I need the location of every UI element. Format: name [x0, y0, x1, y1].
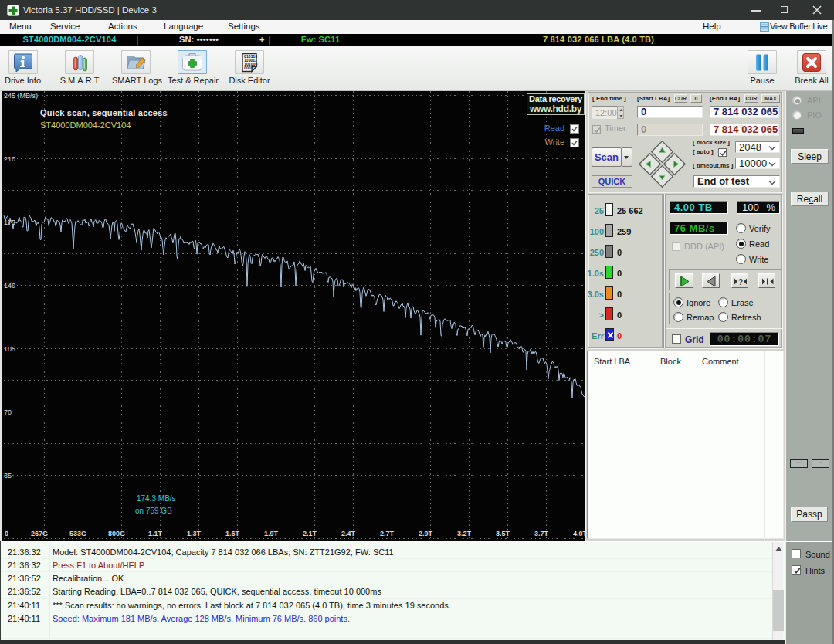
- svg-text:1.1T: 1.1T: [148, 530, 163, 537]
- svg-text:3.7T: 3.7T: [534, 530, 549, 537]
- svg-text:533G: 533G: [70, 530, 86, 537]
- svg-text:0: 0: [5, 530, 8, 537]
- svg-text:105: 105: [4, 345, 15, 353]
- svg-text:267G: 267G: [31, 530, 48, 537]
- svg-text:2.9T: 2.9T: [419, 530, 433, 537]
- svg-text:210: 210: [4, 155, 15, 163]
- svg-text:2.1T: 2.1T: [303, 530, 317, 537]
- svg-text:245 (MB/s): 245 (MB/s): [4, 92, 38, 100]
- svg-text:1.3T: 1.3T: [187, 530, 202, 537]
- svg-text:1.6T: 1.6T: [225, 530, 240, 537]
- svg-text:2.4T: 2.4T: [341, 530, 356, 537]
- svg-text:0001: 0001: [244, 66, 253, 70]
- svg-text:3.5T: 3.5T: [496, 530, 510, 537]
- svg-text:140: 140: [4, 282, 15, 290]
- svg-text:35: 35: [4, 472, 12, 480]
- svg-text:1.9T: 1.9T: [264, 530, 279, 537]
- svg-text:70: 70: [4, 408, 12, 416]
- svg-text:?: ?: [738, 278, 743, 286]
- svg-text:800G: 800G: [108, 530, 125, 537]
- svg-text:3.2T: 3.2T: [457, 530, 472, 537]
- svg-text:2.7T: 2.7T: [380, 530, 395, 537]
